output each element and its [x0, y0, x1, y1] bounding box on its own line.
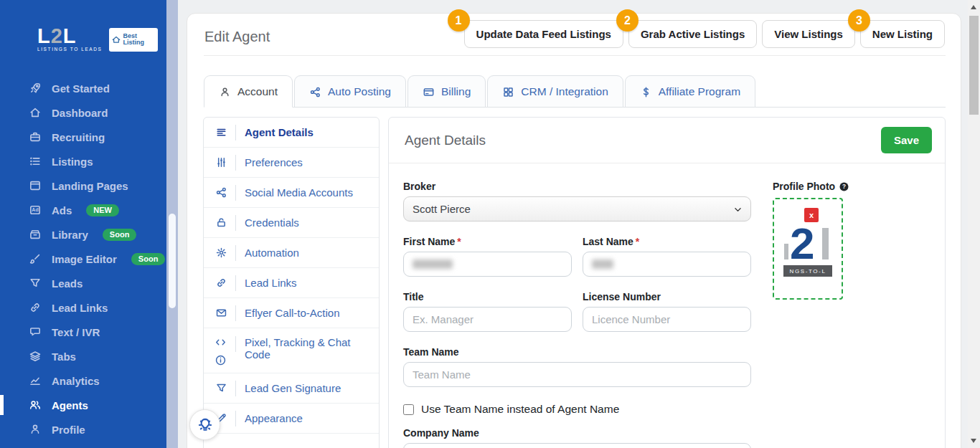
sidebar-nav: Get Started Dashboard Recruiting Listing… [0, 76, 166, 442]
profile-photo-label: Profile Photo [773, 181, 835, 192]
scroll-down-icon[interactable] [971, 439, 976, 443]
users-icon [29, 399, 42, 411]
grab-active-listings-button[interactable]: 2 Grab Active Listings [628, 20, 757, 48]
tab-crm-integration[interactable]: CRM / Integration [487, 75, 623, 108]
menu-item-lead-gen-signature[interactable]: Lead Gen Signature [204, 373, 379, 404]
header-actions: 1 Update Data Feed Listings 2 Grab Activ… [464, 20, 945, 48]
form-body: Broker Scott Pierce First Name* Last Nam [389, 163, 945, 448]
soon-badge: Soon [131, 253, 166, 265]
use-team-name-checkbox[interactable] [403, 404, 414, 415]
l2l-logo: L2L LISTINGS TO LEADS [37, 27, 103, 52]
sidebar-item-ads[interactable]: AdsNEW [0, 198, 166, 222]
help-lightbulb-button[interactable] [189, 409, 220, 440]
sidebar-item-leads[interactable]: Leads [0, 271, 166, 295]
broker-select-value: Scott Pierce [413, 203, 471, 215]
first-name-field[interactable] [403, 252, 572, 277]
ad-icon [29, 204, 42, 216]
person-icon [219, 86, 231, 98]
scroll-up-icon[interactable] [971, 5, 976, 9]
main-scrollbar-thumb[interactable] [969, 16, 979, 115]
remove-photo-button[interactable]: x [804, 208, 819, 222]
sidebar-item-image-editor[interactable]: Image EditorSoon [0, 247, 166, 271]
menu-item-appearance[interactable]: Appearance [204, 404, 379, 434]
new-listing-button[interactable]: 3 New Listing [860, 20, 945, 48]
last-name-field[interactable] [583, 252, 751, 277]
sidebar-item-label: Image Editor [52, 253, 117, 265]
company-name-field[interactable] [403, 443, 751, 448]
sidebar-item-listings[interactable]: Listings [0, 149, 166, 173]
home-icon [29, 106, 42, 119]
best-listing-logo: Best Listing [109, 28, 158, 52]
sidebar-item-analytics[interactable]: Analytics [0, 368, 166, 393]
last-name-label: Last Name* [583, 236, 751, 247]
tab-billing[interactable]: Billing [407, 75, 486, 108]
sidebar-item-tabs[interactable]: Tabs [0, 344, 166, 368]
menu-item-eflyer-cta[interactable]: Eflyer Call-to-Action [204, 298, 379, 328]
menu-item-automation[interactable]: Automation [204, 238, 379, 268]
link-icon [215, 277, 227, 289]
envelope-icon [215, 307, 227, 319]
required-marker: * [457, 236, 461, 247]
account-tabs: Account Auto Posting Billing CRM / Integ… [204, 75, 946, 108]
main-scrollbar[interactable] [968, 0, 980, 448]
share-icon [215, 186, 227, 199]
chart-icon [29, 374, 42, 387]
broker-select[interactable]: Scott Pierce [403, 196, 751, 221]
sidebar-item-recruiting[interactable]: Recruiting [0, 125, 166, 149]
sidebar-item-text-ivr[interactable]: Text / IVR [0, 320, 166, 344]
active-indicator [0, 395, 4, 415]
menu-item-credentials[interactable]: Credentials [204, 208, 379, 238]
menu-item-agent-details[interactable]: Agent Details [204, 118, 379, 148]
step-badge-3: 3 [848, 9, 870, 32]
gear-icon [215, 247, 227, 259]
house-icon [111, 34, 121, 44]
team-name-field[interactable] [403, 362, 751, 387]
tab-auto-posting[interactable]: Auto Posting [294, 75, 406, 108]
sidebar-item-dashboard[interactable]: Dashboard [0, 100, 166, 125]
step-badge-1: 1 [448, 9, 470, 32]
agent-details-panel: Agent Details Save Broker Scott Pierce F [388, 117, 946, 448]
broker-label: Broker [403, 181, 751, 192]
form-header: Agent Details Save [389, 118, 945, 163]
brush-icon [29, 252, 42, 265]
sidebar-item-agents[interactable]: Agents [0, 393, 166, 417]
tab-affiliate-program[interactable]: Affiliate Program [625, 75, 755, 108]
save-button[interactable]: Save [881, 127, 932, 153]
sidebar-item-profile[interactable]: Profile [0, 417, 166, 442]
grid-icon [502, 86, 514, 98]
sidebar-item-get-started[interactable]: Get Started [0, 76, 166, 100]
company-name-label: Company Name [403, 427, 751, 439]
info-icon [215, 354, 227, 366]
settings-menu: Agent Details Preferences Social Media A… [203, 117, 380, 448]
menu-item-preferences[interactable]: Preferences [204, 148, 379, 178]
header-divider [204, 55, 946, 56]
new-badge: NEW [86, 204, 119, 216]
profile-photo-section: Profile Photo x 2 NGS-TO-L [773, 181, 849, 448]
menu-item-pixel-tracking-chat-code[interactable]: Pixel, Tracking & Chat Code [204, 328, 379, 373]
tab-account[interactable]: Account [204, 75, 293, 108]
license-number-field[interactable] [583, 307, 751, 332]
sidebar-scrollbar-thumb[interactable] [169, 214, 176, 308]
sidebar-item-label: Text / IVR [52, 326, 100, 338]
code-icon [215, 336, 227, 348]
sidebar-item-landing-pages[interactable]: Landing Pages [0, 173, 166, 198]
title-label: Title [403, 291, 572, 302]
rocket-icon [29, 82, 42, 95]
lightbulb-icon [197, 416, 214, 434]
chat-icon [29, 325, 42, 338]
sidebar-item-label: Ads [52, 204, 72, 216]
soon-badge: Soon [103, 229, 137, 241]
view-listings-button[interactable]: View Listings [762, 20, 855, 48]
help-icon[interactable] [839, 181, 849, 192]
sidebar-item-label: Library [52, 229, 88, 241]
redacted-value [413, 259, 453, 269]
menu-item-lead-links[interactable]: Lead Links [204, 268, 379, 298]
lock-icon [215, 216, 227, 229]
id-card-icon [215, 126, 227, 138]
update-data-feed-listings-button[interactable]: 1 Update Data Feed Listings [464, 20, 623, 48]
menu-item-social-media-accounts[interactable]: Social Media Accounts [204, 178, 379, 208]
sidebar-item-library[interactable]: LibrarySoon [0, 222, 166, 247]
sidebar-item-lead-links[interactable]: Lead Links [0, 295, 166, 320]
title-field[interactable] [403, 307, 572, 332]
profile-photo-dropzone[interactable]: x 2 NGS-TO-L [773, 198, 843, 300]
